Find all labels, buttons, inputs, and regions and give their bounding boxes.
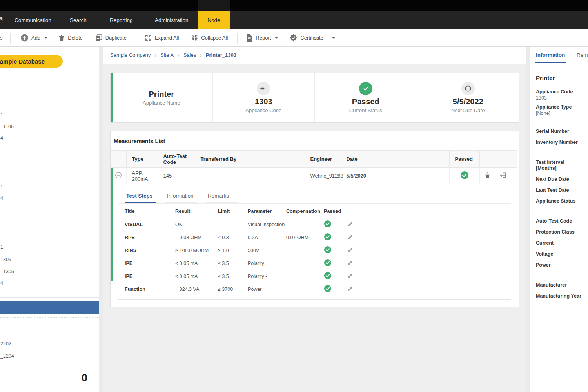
field-value	[536, 135, 585, 136]
step-parameter: Power	[248, 283, 286, 296]
tree-node-label[interactable]: 1	[0, 185, 3, 190]
tree-node-label[interactable]: _1305	[0, 269, 14, 274]
delete-button[interactable]: Delete	[54, 32, 87, 44]
tree-node-label[interactable]: _2204	[0, 353, 14, 359]
field-label: Next Due Date	[536, 176, 585, 182]
field-value	[536, 289, 585, 290]
tree-node-label[interactable]: 1	[0, 112, 3, 118]
info-panel-tab-information[interactable]: Information	[536, 52, 565, 58]
collapse-row-icon[interactable]	[115, 172, 122, 180]
delete-measurement-icon[interactable]	[485, 172, 490, 179]
field-value	[536, 299, 585, 301]
field-test-interval: Test Interval [Months]	[536, 160, 585, 173]
info-panel-tab-remarks[interactable]: Remarks	[577, 52, 588, 58]
tree-node-label[interactable]: 4	[0, 196, 3, 201]
field-next-due-date: Next Due Date	[536, 176, 585, 184]
report-caret-icon[interactable]	[275, 37, 278, 39]
tree-node-label[interactable]: 4	[0, 281, 3, 286]
current-status-label: Current Status	[349, 107, 382, 113]
tab-test-steps[interactable]: Test Steps	[125, 188, 156, 203]
col-type: Type	[126, 151, 158, 168]
nav-tab-node[interactable]: Node	[198, 11, 230, 29]
chevron-right-icon: ›	[178, 52, 180, 58]
tree-node-label[interactable]: 1	[0, 244, 3, 250]
report-button[interactable]: Report	[242, 32, 282, 44]
col-title: Title	[118, 205, 175, 218]
add-button[interactable]: Add	[17, 32, 51, 44]
breadcrumb-item[interactable]: Sales	[183, 52, 196, 58]
selected-tree-item[interactable]	[0, 301, 99, 314]
window-titlebar	[0, 0, 588, 11]
field-label: Auto-Test Code	[536, 218, 585, 224]
next-due-date-label: Next Due Date	[451, 107, 485, 113]
step-parameter: Polarity +	[248, 257, 286, 270]
field-label: Appliance Code	[536, 89, 585, 95]
field-value	[536, 146, 585, 147]
nav-tab-reporting[interactable]: Reporting	[110, 11, 133, 29]
field-group-divider	[530, 276, 588, 276]
test-steps-header-row: Title Result Limit Parameter Compensatio…	[118, 205, 511, 218]
status-accent-bar	[111, 73, 113, 122]
step-limit: ≤ 3.5	[218, 270, 248, 283]
delete-label: Delete	[68, 35, 83, 41]
edit-step-icon[interactable]	[347, 221, 353, 227]
field-label: Appliance Status	[536, 198, 585, 204]
edit-step-icon[interactable]	[347, 234, 353, 240]
report-label: Report	[256, 35, 271, 41]
appliance-code-label: Appliance Code	[245, 107, 281, 113]
step-parameter: Polarity -	[248, 270, 286, 283]
drop-indicator	[0, 317, 99, 318]
expand-icon	[145, 34, 152, 41]
check-circle-icon	[359, 82, 372, 95]
breadcrumb-item[interactable]: Sample Company	[110, 52, 151, 58]
breadcrumb-item[interactable]: Site A	[160, 52, 174, 58]
collapse-icon	[191, 34, 198, 41]
edit-step-icon[interactable]	[347, 247, 353, 253]
certificate-caret-icon[interactable]	[332, 37, 335, 39]
item-count: 0	[82, 372, 87, 384]
collapse-all-button[interactable]: Collapse All	[187, 32, 232, 44]
step-compensation	[286, 257, 324, 270]
field-value	[536, 258, 585, 259]
tab-information[interactable]: Information	[165, 188, 197, 203]
edit-step-icon[interactable]	[347, 273, 353, 279]
expand-all-button[interactable]: Expand All	[141, 32, 183, 44]
duplicate-button[interactable]: Duplicate	[91, 32, 131, 44]
field-label: Voltage	[536, 251, 585, 257]
database-root-node[interactable]: Sample Database	[0, 55, 63, 68]
expanded-row-accent-bar	[111, 168, 113, 281]
field-appliance-type: Appliance Type [None]	[536, 104, 585, 116]
tree-node-label[interactable]: 1306	[0, 257, 11, 262]
edit-step-icon[interactable]	[347, 260, 353, 266]
nav-tab-search[interactable]: Search	[70, 11, 87, 29]
nav-tab-communication[interactable]: Communication	[15, 11, 51, 29]
step-result: > 100.0 MOHM	[175, 244, 218, 257]
nav-tab-administration[interactable]: Administration	[155, 11, 189, 29]
tab-remarks[interactable]: Remarks	[206, 188, 238, 203]
field-value: 1303	[536, 95, 585, 101]
toolbar: s Add Delete Duplicate Expand All Collap…	[0, 29, 588, 47]
appliance-code-value: 1303	[255, 97, 272, 106]
step-limit	[218, 218, 248, 231]
field-label: Appliance Type	[536, 104, 585, 110]
plug-icon	[257, 82, 270, 95]
active-tab-shadow	[198, 0, 230, 11]
certificate-button[interactable]: Certificate	[286, 32, 339, 44]
step-parameter: 500V	[248, 244, 286, 257]
transfer-measurement-icon[interactable]	[499, 172, 507, 179]
test-step-row: Function = 824.3 VA ≤ 3700 Power	[118, 283, 511, 296]
tree-node-label[interactable]: 2202	[0, 341, 11, 347]
field-protection-class: Protection Class	[536, 229, 585, 237]
field-auto-test-code: Auto-Test Code	[536, 218, 585, 226]
clipped-toolbar-label[interactable]: s	[0, 29, 4, 47]
add-caret-icon[interactable]	[44, 37, 47, 39]
clipped-nav-icon: ◥	[0, 16, 3, 22]
step-passed-icon	[324, 220, 332, 228]
tree-node-label[interactable]: 4	[0, 135, 3, 141]
step-compensation	[286, 244, 324, 257]
test-step-row: RPE = 0.08 OHM ≤ 0.3 0.2A 0.07 OHM	[118, 231, 511, 244]
col-auto-test-code: Auto-Test Code	[158, 151, 195, 168]
tree-node-label[interactable]: _1105	[0, 124, 14, 129]
tree-divider	[0, 361, 99, 361]
edit-step-icon[interactable]	[347, 286, 353, 292]
